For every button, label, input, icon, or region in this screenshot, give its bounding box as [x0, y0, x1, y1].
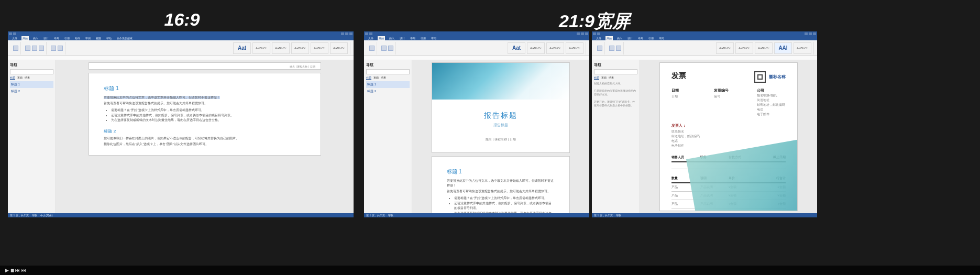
invoice-title[interactable]: 发票 [671, 71, 686, 81]
style-quote[interactable]: AaBbCc [311, 42, 328, 54]
nav-tab-headings[interactable]: 标题 [366, 76, 371, 80]
ruler[interactable] [364, 56, 589, 60]
list-item[interactable]: 为在选择要复制或编辑的文本时达到最佳结果，请勿在所选字符右边包含空格。 [454, 211, 555, 213]
bold-icon[interactable] [25, 46, 30, 51]
style-normal[interactable]: AaBbCc [252, 42, 270, 54]
brand-name[interactable]: 徽标名称 [769, 75, 786, 80]
play-controls[interactable]: ▶ ◼ ⏮ ⏭ [5, 268, 26, 273]
qa-save-icon[interactable] [593, 32, 596, 35]
style-title[interactable]: Aat [233, 42, 251, 54]
nav-tab-results[interactable]: 结果 [25, 76, 30, 80]
company-line[interactable]: 姓名/职务/姓氏 [757, 93, 786, 98]
status-pages[interactable]: 第 1 页，共 2 页 [10, 214, 29, 217]
list-item[interactable]: 需要标题？在“开始”选项卡上的样式库中，单击所需标题样式即可。 [111, 108, 305, 113]
nav-item-h1[interactable]: 标题 1 [366, 81, 410, 88]
tab-references[interactable]: 引用 [420, 36, 427, 40]
company-line[interactable]: 电子邮件 [757, 112, 786, 117]
nav-tab-pages[interactable]: 页面 [373, 76, 379, 80]
meta-row[interactable] [671, 162, 786, 169]
nav-search-input[interactable] [366, 69, 410, 74]
style-h1[interactable]: AaBbCc [735, 42, 753, 54]
cover-subtitle[interactable]: 报告标题 [432, 123, 569, 128]
minimize-button[interactable] [805, 32, 808, 35]
selected-text[interactable]: 若要替换此页中的占位符文本，选中该文本并开始输入即可。但请暂时不要这样做！ [104, 96, 220, 99]
close-button[interactable] [349, 32, 353, 35]
maximize-button[interactable] [809, 32, 812, 35]
document-area[interactable]: 报告标题 报告标题 姓名 | 课程名称 | 日期 标题 1 若要替换此页中的占位… [412, 60, 589, 213]
qa-save-icon[interactable] [365, 32, 368, 35]
qa-undo-icon[interactable] [13, 32, 16, 35]
qa-undo-icon[interactable] [369, 32, 372, 35]
bill-to-line[interactable]: 联系姓名 [671, 129, 786, 134]
paste-icon[interactable] [597, 46, 602, 51]
cover-meta[interactable]: 姓名 | 课程名称 | 日期 [432, 137, 569, 142]
tab-tellme[interactable]: 操作说明搜索 [116, 36, 134, 40]
body-text[interactable]: 若要替换此页中的占位符文本，选中该文本并开始输入即可。但请暂时不要这样做！ [447, 179, 555, 188]
paste-icon[interactable] [13, 46, 18, 51]
cover-title[interactable]: 报告标题 [432, 111, 569, 120]
status-words[interactable]: 字数 [32, 214, 37, 217]
style-h2[interactable]: AaBbCc [566, 42, 583, 54]
bold-icon[interactable] [381, 46, 387, 51]
style-quote[interactable]: AaBbCc [794, 42, 811, 54]
bill-to-line[interactable]: 街道地址，邮政编码 [671, 134, 786, 139]
tab-references[interactable]: 引用 [647, 36, 655, 40]
heading-1[interactable]: 标题 1 [104, 85, 305, 92]
style-h2[interactable]: AaBbCc [291, 42, 309, 54]
tab-home[interactable]: 开始 [21, 36, 29, 40]
underline-icon[interactable] [39, 46, 44, 51]
style-em[interactable]: AaBbCc [330, 42, 348, 54]
italic-icon[interactable] [32, 46, 37, 51]
nav-search-input[interactable] [10, 69, 53, 74]
tab-mailings[interactable]: 邮件 [74, 36, 81, 40]
body-text[interactable]: 首先请查看可帮助快速设置报告格式的提示。您可能会为其简单程度惊讶。 [447, 189, 555, 194]
heading-2[interactable]: 标题 2 [104, 128, 305, 134]
cover-image[interactable] [432, 63, 569, 100]
nav-tab-results[interactable]: 结果 [609, 76, 614, 80]
nav-search-input[interactable] [594, 69, 637, 74]
bold-icon[interactable] [609, 46, 614, 51]
tab-home[interactable]: 开始 [605, 36, 613, 40]
heading-1[interactable]: 标题 1 [447, 168, 555, 175]
date-value[interactable]: 日期 [671, 94, 700, 99]
tab-insert[interactable]: 插入 [616, 36, 623, 40]
close-button[interactable] [813, 32, 816, 35]
tab-review[interactable]: 审阅 [84, 36, 92, 40]
body-text[interactable]: 您可能像我们一样喜欢封面上的照片，但如果它不适合你的报告，可轻松将其替换为自己的… [104, 136, 305, 141]
maximize-button[interactable] [581, 32, 584, 35]
close-button[interactable] [585, 32, 588, 35]
italic-icon[interactable] [616, 46, 621, 51]
nav-tab-results[interactable]: 结果 [381, 76, 386, 80]
company-line[interactable]: 街道地址 [757, 98, 786, 103]
style-title[interactable]: AAI [774, 42, 792, 54]
tab-design[interactable]: 设计 [42, 36, 50, 40]
tab-layout[interactable]: 布局 [53, 36, 60, 40]
tab-insert[interactable]: 插入 [32, 36, 39, 40]
nav-tab-headings[interactable]: 标题 [10, 76, 15, 80]
nav-tab-pages[interactable]: 页面 [17, 76, 23, 80]
list-item[interactable]: 还请注意样式库中的其他样式，例如报价、编号列表，或者类似本项目的项目符号列表。 [454, 201, 555, 211]
tab-review[interactable]: 审阅 [430, 36, 437, 40]
tab-insert[interactable]: 插入 [388, 36, 395, 40]
ruler[interactable] [8, 56, 354, 60]
qa-undo-icon[interactable] [597, 32, 600, 35]
company-line[interactable]: 电话 [757, 107, 786, 112]
nav-item-h1[interactable]: 标题 1 [10, 81, 53, 88]
style-h1[interactable]: AaBbCc [546, 42, 564, 54]
tab-references[interactable]: 引用 [63, 36, 71, 40]
tab-design[interactable]: 设计 [626, 36, 634, 40]
tab-help[interactable]: 帮助 [105, 36, 113, 40]
document-area[interactable]: 发票 徽标名称 日期 日期 发票编号 编号 [640, 60, 817, 213]
tab-design[interactable]: 设计 [399, 36, 406, 40]
list-item[interactable]: 为在选择要复制或编辑的文本时达到最佳结果，请勿在所选字符右边包含空格。 [111, 118, 305, 123]
italic-icon[interactable] [388, 46, 393, 51]
paste-icon[interactable] [369, 46, 375, 51]
status-words[interactable]: 字数 [388, 214, 393, 217]
body-text[interactable]: 首先请查看可帮助快速设置报告格式的提示。您可能会为其简单程度惊讶。 [104, 101, 305, 106]
body-text[interactable]: 删除此位图片，然后在“插入”选项卡上，单击“图片”以从文件选择图片即可。 [104, 142, 305, 147]
invoice-no-value[interactable]: 编号 [714, 94, 743, 99]
tab-file[interactable]: 文件 [367, 36, 375, 40]
minimize-button[interactable] [341, 32, 344, 35]
table-row[interactable]: 产品产品说明¥金额¥金额 [671, 200, 786, 208]
tab-file[interactable]: 文件 [11, 36, 18, 40]
